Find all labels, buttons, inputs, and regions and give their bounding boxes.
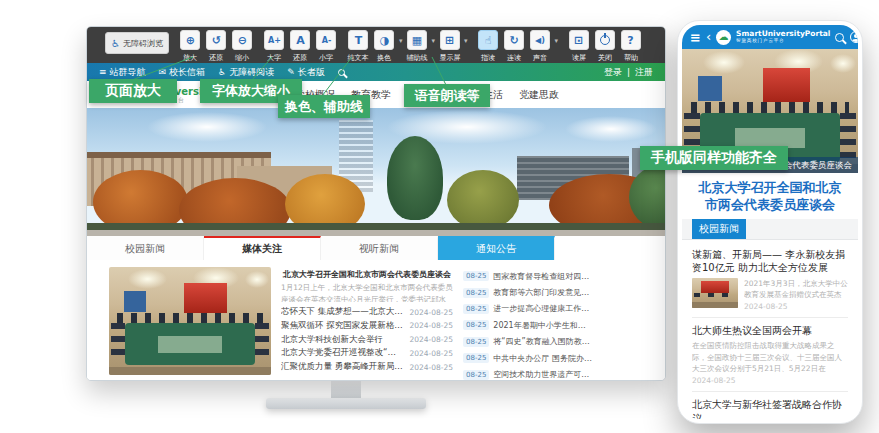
point-read-button[interactable]: ☝ 指读 <box>477 30 500 63</box>
accessibility-browse-label: 无障碍浏览 <box>123 38 163 49</box>
font-larger-icon: A+ <box>268 36 281 45</box>
sound-button[interactable]: ◀) 声音 <box>529 30 552 63</box>
monitor-stand-base <box>266 398 426 409</box>
tab-media-focus[interactable]: 媒体关注 <box>204 236 321 260</box>
help-icon: ? <box>627 34 633 47</box>
font-smaller-icon: A- <box>322 36 332 45</box>
news-row[interactable]: 汇聚优质力量 勇攀高峰开新局—… 2024-08-25 <box>281 360 453 374</box>
notice-date-badge: 08-25 <box>463 337 489 347</box>
zoom-in-icon: ⊕ <box>186 34 195 47</box>
guide-lines-button[interactable]: ▦ 辅助线 <box>405 30 428 63</box>
accessibility-browse-button[interactable]: ♿ 无障碍浏览 <box>105 32 169 54</box>
news-row[interactable]: 北京大学科技创新大会举行 2024-08-25 <box>281 333 453 347</box>
news-row[interactable]: 芯怀天下 集成梦想——北京大学成… 2024-08-25 <box>281 305 453 319</box>
register-link[interactable]: 注册 <box>635 66 653 79</box>
notice-date-badge: 08-25 <box>463 320 489 330</box>
tab-av-news[interactable]: 视听新闻 <box>321 236 438 260</box>
news-row[interactable]: 北京大学党委召开巡视整改“回头看… 2024-08-25 <box>281 346 453 360</box>
news-list: 北京大学召开全国和北京市两会代表委员座谈会 1月12日上午，北京大学全国和北京市… <box>281 267 453 374</box>
conference-news-photo[interactable] <box>109 267 271 375</box>
login-link[interactable]: 登录 <box>604 66 622 79</box>
font-larger-button[interactable]: A+ 大字 <box>263 30 286 63</box>
notice-row[interactable]: 08-25 教育部等六部门印发意见部署… <box>463 284 593 300</box>
notice-date-badge: 08-25 <box>463 271 489 281</box>
notice-list: 08-25 国家教育督导检查组对四川省… 08-25 教育部等六部门印发意见部署… <box>463 267 593 374</box>
font-size-group: A+ 大字 A 还原 A- 小字 <box>263 30 338 63</box>
mobile-news-item[interactable]: 谋新篇、开新局—— 李永新校友捐资10亿元 助力北大全方位发展 2021年3月3… <box>692 248 848 311</box>
sound-caret-icon[interactable]: ▾ <box>555 37 559 63</box>
search-icon[interactable] <box>338 69 345 76</box>
notice-row[interactable]: 08-25 空间技术助力世界遗产可持续… <box>463 366 593 381</box>
site-group-nav-link[interactable]: ≡ 站群导航 <box>99 66 146 79</box>
login-register-divider: | <box>627 67 630 77</box>
back-icon[interactable]: ‹ <box>706 30 711 43</box>
news-content: 北京大学召开全国和北京市两会代表委员座谈会 1月12日上午，北京大学全国和北京市… <box>87 260 665 380</box>
notice-date-badge: 08-25 <box>463 353 489 363</box>
color-scheme-button[interactable]: ◑ 换色 <box>373 30 396 63</box>
mobile-news-summary: 在全国疫情防控阻击战取得重大战略成果之际，全国政协十三届三次会议、十三届全国人大… <box>692 340 848 374</box>
speaker-icon: ◀) <box>535 36 545 45</box>
point-read-icon: ☝ <box>485 34 492 47</box>
page-zoom-group: ⊕ 放大 ↺ 还原 ⊖ 缩小 <box>179 30 254 63</box>
zoom-out-button[interactable]: ⊖ 缩小 <box>231 30 254 63</box>
font-reset-button[interactable]: A 还原 <box>289 30 312 63</box>
monitor-stand-neck <box>331 379 361 400</box>
user-account-icon[interactable] <box>850 31 858 43</box>
mobile-news-list: 谋新篇、开新局—— 李永新校友捐资10亿元 助力北大全方位发展 2021年3月3… <box>682 240 858 419</box>
cloud-logo-icon: ☁ <box>719 32 729 42</box>
display-mode-caret-icon[interactable]: ▾ <box>464 37 468 63</box>
guide-lines-caret-icon[interactable]: ▾ <box>431 37 435 63</box>
wheelchair-icon: ♿ <box>218 67 226 77</box>
mobile-news-date: 2024-08-25 <box>692 376 848 385</box>
notice-row[interactable]: 08-25 进一步提高心理健康工作有效… <box>463 301 593 317</box>
notice-date-badge: 08-25 <box>463 370 489 380</box>
display-mode-button[interactable]: ⊞ 显示屏 <box>438 30 461 63</box>
reset-icon: ↺ <box>212 34 221 47</box>
mobile-screen: ≡ ‹ ☁ SmartUniversityPortal 智慧高校门户云平台 <box>682 25 858 419</box>
tab-campus-news[interactable]: 校园新闻 <box>87 236 204 260</box>
news-headline-link[interactable]: 北京大学召开全国和北京市两会代表委员座谈会 <box>281 269 453 278</box>
continuous-read-button[interactable]: ↻ 连读 <box>503 30 526 63</box>
mobile-news-item[interactable]: 北京大学与新华社签署战略合作协议 <box>692 398 848 419</box>
campus-news-tab[interactable]: 校园新闻 <box>692 219 746 239</box>
mobile-header: ≡ ‹ ☁ SmartUniversityPortal 智慧高校门户云平台 <box>682 25 858 49</box>
font-reset-icon: A <box>296 34 305 47</box>
callout-voice-reading: 语音朗读等 <box>404 84 490 107</box>
wheelchair-icon: ♿ <box>111 38 120 49</box>
font-smaller-button[interactable]: A- 小字 <box>315 30 338 63</box>
hamburger-icon[interactable]: ≡ <box>690 30 701 45</box>
zoom-in-button[interactable]: ⊕ 放大 <box>179 30 202 63</box>
mobile-headline-link[interactable]: 北京大学召开全国和北京市两会代表委员座谈会 <box>682 173 858 219</box>
display-group: T 纯文本 ◑ 换色 ▾ ▦ 辅助线 ▾ ⊞ 显示屏 ▾ <box>347 30 468 63</box>
notice-row[interactable]: 08-25 中共中央办公厅 国务院办公… <box>463 350 593 366</box>
elder-version-link[interactable]: ✎ 长者版 <box>287 66 325 79</box>
accessibility-reading-link[interactable]: ♿ 无障碍阅读 <box>218 66 274 79</box>
mobile-news-summary: 2021年3月3日，北京大学中公教育发展基金捐赠仪式在英杰交流中心月光厅举行，第… <box>744 278 848 300</box>
plain-text-button[interactable]: T 纯文本 <box>347 30 370 63</box>
list-divider <box>692 391 848 392</box>
news-row[interactable]: 聚焦双循环 探究国家发展新格局—… 2024-08-25 <box>281 319 453 333</box>
mobile-logo[interactable]: ☁ <box>716 30 731 45</box>
guide-lines-icon: ▦ <box>412 34 422 47</box>
search-icon[interactable] <box>835 33 844 42</box>
tab-notices[interactable]: 通知公告 <box>438 236 555 260</box>
president-mailbox-link[interactable]: ✉ 校长信箱 <box>159 66 206 79</box>
close-toolbar-button[interactable]: 关闭 <box>593 30 616 63</box>
callout-color-guides: 换色、辅助线 <box>278 95 370 118</box>
mobile-logo-subtitle: 智慧高校门户云平台 <box>736 39 821 44</box>
notice-date-badge: 08-25 <box>463 288 489 298</box>
mobile-news-item[interactable]: 北大师生热议全国两会开幕 在全国疫情防控阻击战取得重大战略成果之际，全国政协十三… <box>692 324 848 385</box>
callout-mobile-features: 手机版同样功能齐全 <box>640 146 788 170</box>
notice-row[interactable]: 08-25 将“四史”教育融入国防教育中 <box>463 334 593 350</box>
news-summary: 1月12日上午，北京大学全国和北京市两会代表委员座谈会在英杰交流中心月光厅举行，… <box>281 282 453 302</box>
continuous-read-icon: ↻ <box>509 34 518 47</box>
notice-row[interactable]: 08-25 国家教育督导检查组对四川省… <box>463 268 593 284</box>
hamburger-icon: ≡ <box>99 67 107 77</box>
notice-date-badge: 08-25 <box>463 304 489 314</box>
notice-row[interactable]: 08-25 2021年暑期中小学生和幼儿… <box>463 317 593 333</box>
help-button[interactable]: ? 帮助 <box>619 30 642 63</box>
color-scheme-caret-icon[interactable]: ▾ <box>399 37 403 63</box>
zoom-reset-button[interactable]: ↺ 还原 <box>205 30 228 63</box>
screen-reader-button[interactable]: ⊡ 读屏 <box>567 30 590 63</box>
nav-item-party-building[interactable]: 党建思政 <box>519 88 559 102</box>
